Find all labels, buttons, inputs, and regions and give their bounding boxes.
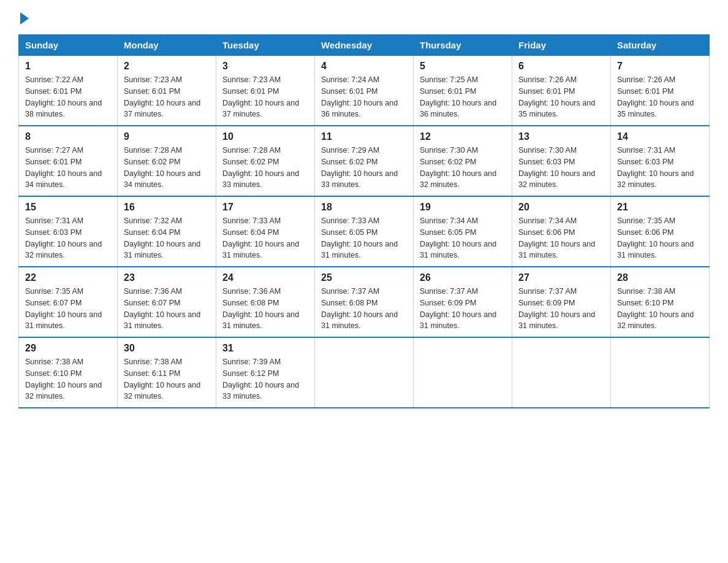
calendar-cell: 5Sunrise: 7:25 AMSunset: 6:01 PMDaylight…: [414, 56, 512, 126]
calendar-cell: 16Sunrise: 7:32 AMSunset: 6:04 PMDayligh…: [118, 196, 216, 267]
day-number: 16: [124, 202, 210, 213]
day-info: Sunrise: 7:27 AMSunset: 6:01 PMDaylight:…: [25, 145, 111, 191]
calendar-cell: 23Sunrise: 7:36 AMSunset: 6:07 PMDayligh…: [118, 267, 216, 337]
header: [18, 12, 710, 25]
calendar-cell: 15Sunrise: 7:31 AMSunset: 6:03 PMDayligh…: [19, 196, 118, 267]
calendar-cell: 18Sunrise: 7:33 AMSunset: 6:05 PMDayligh…: [315, 196, 414, 267]
week-row-4: 22Sunrise: 7:35 AMSunset: 6:07 PMDayligh…: [19, 267, 710, 337]
day-number: 3: [222, 61, 308, 72]
day-info: Sunrise: 7:33 AMSunset: 6:04 PMDaylight:…: [222, 215, 308, 261]
day-info: Sunrise: 7:34 AMSunset: 6:05 PMDaylight:…: [420, 215, 506, 261]
day-number: 12: [420, 131, 506, 142]
day-info: Sunrise: 7:24 AMSunset: 6:01 PMDaylight:…: [321, 74, 407, 120]
day-number: 5: [420, 61, 506, 72]
day-number: 2: [124, 61, 210, 72]
calendar-cell: 11Sunrise: 7:29 AMSunset: 6:02 PMDayligh…: [315, 126, 414, 196]
day-number: 10: [222, 131, 308, 142]
day-info: Sunrise: 7:28 AMSunset: 6:02 PMDaylight:…: [222, 145, 308, 191]
day-header-saturday: Saturday: [611, 35, 710, 56]
day-info: Sunrise: 7:38 AMSunset: 6:10 PMDaylight:…: [25, 356, 111, 402]
day-number: 13: [518, 131, 604, 142]
calendar-cell: 3Sunrise: 7:23 AMSunset: 6:01 PMDaylight…: [216, 56, 315, 126]
day-number: 29: [25, 343, 111, 354]
calendar-cell: [315, 337, 414, 408]
day-info: Sunrise: 7:23 AMSunset: 6:01 PMDaylight:…: [222, 74, 308, 120]
day-info: Sunrise: 7:26 AMSunset: 6:01 PMDaylight:…: [617, 74, 703, 120]
day-header-monday: Monday: [118, 35, 216, 56]
calendar-cell: 7Sunrise: 7:26 AMSunset: 6:01 PMDaylight…: [611, 56, 710, 126]
day-number: 7: [617, 61, 703, 72]
day-number: 26: [420, 272, 506, 283]
calendar-cell: 13Sunrise: 7:30 AMSunset: 6:03 PMDayligh…: [512, 126, 611, 196]
day-number: 25: [321, 272, 407, 283]
day-number: 17: [222, 202, 308, 213]
day-info: Sunrise: 7:36 AMSunset: 6:08 PMDaylight:…: [222, 286, 308, 332]
calendar-cell: 31Sunrise: 7:39 AMSunset: 6:12 PMDayligh…: [216, 337, 315, 408]
day-number: 27: [518, 272, 604, 283]
calendar-cell: 14Sunrise: 7:31 AMSunset: 6:03 PMDayligh…: [611, 126, 710, 196]
logo: [18, 12, 30, 25]
day-number: 6: [518, 61, 604, 72]
week-row-3: 15Sunrise: 7:31 AMSunset: 6:03 PMDayligh…: [19, 196, 710, 267]
day-info: Sunrise: 7:30 AMSunset: 6:02 PMDaylight:…: [420, 145, 506, 191]
day-info: Sunrise: 7:31 AMSunset: 6:03 PMDaylight:…: [617, 145, 703, 191]
calendar-cell: 22Sunrise: 7:35 AMSunset: 6:07 PMDayligh…: [19, 267, 118, 337]
calendar-cell: 17Sunrise: 7:33 AMSunset: 6:04 PMDayligh…: [216, 196, 315, 267]
day-number: 28: [617, 272, 703, 283]
calendar-cell: 1Sunrise: 7:22 AMSunset: 6:01 PMDaylight…: [19, 56, 118, 126]
day-info: Sunrise: 7:30 AMSunset: 6:03 PMDaylight:…: [518, 145, 604, 191]
day-info: Sunrise: 7:26 AMSunset: 6:01 PMDaylight:…: [518, 74, 604, 120]
day-info: Sunrise: 7:39 AMSunset: 6:12 PMDaylight:…: [222, 356, 308, 402]
day-info: Sunrise: 7:28 AMSunset: 6:02 PMDaylight:…: [124, 145, 210, 191]
day-info: Sunrise: 7:37 AMSunset: 6:08 PMDaylight:…: [321, 286, 407, 332]
day-number: 19: [420, 202, 506, 213]
calendar-cell: 10Sunrise: 7:28 AMSunset: 6:02 PMDayligh…: [216, 126, 315, 196]
day-info: Sunrise: 7:31 AMSunset: 6:03 PMDaylight:…: [25, 215, 111, 261]
day-number: 1: [25, 61, 111, 72]
week-row-5: 29Sunrise: 7:38 AMSunset: 6:10 PMDayligh…: [19, 337, 710, 408]
day-header-wednesday: Wednesday: [315, 35, 414, 56]
calendar-cell: 9Sunrise: 7:28 AMSunset: 6:02 PMDaylight…: [118, 126, 216, 196]
calendar-table: SundayMondayTuesdayWednesdayThursdayFrid…: [18, 34, 710, 408]
day-number: 20: [518, 202, 604, 213]
day-info: Sunrise: 7:29 AMSunset: 6:02 PMDaylight:…: [321, 145, 407, 191]
calendar-cell: [512, 337, 611, 408]
day-info: Sunrise: 7:38 AMSunset: 6:11 PMDaylight:…: [124, 356, 210, 402]
calendar-cell: 26Sunrise: 7:37 AMSunset: 6:09 PMDayligh…: [414, 267, 512, 337]
day-header-sunday: Sunday: [19, 35, 118, 56]
calendar-cell: 6Sunrise: 7:26 AMSunset: 6:01 PMDaylight…: [512, 56, 611, 126]
day-number: 22: [25, 272, 111, 283]
day-number: 8: [25, 131, 111, 142]
day-header-friday: Friday: [512, 35, 611, 56]
day-info: Sunrise: 7:35 AMSunset: 6:07 PMDaylight:…: [25, 286, 111, 332]
day-info: Sunrise: 7:38 AMSunset: 6:10 PMDaylight:…: [617, 286, 703, 332]
day-number: 11: [321, 131, 407, 142]
day-number: 30: [124, 343, 210, 354]
day-info: Sunrise: 7:25 AMSunset: 6:01 PMDaylight:…: [420, 74, 506, 120]
calendar-cell: [611, 337, 710, 408]
calendar-cell: 24Sunrise: 7:36 AMSunset: 6:08 PMDayligh…: [216, 267, 315, 337]
day-info: Sunrise: 7:34 AMSunset: 6:06 PMDaylight:…: [518, 215, 604, 261]
day-number: 15: [25, 202, 111, 213]
day-header-tuesday: Tuesday: [216, 35, 315, 56]
day-info: Sunrise: 7:36 AMSunset: 6:07 PMDaylight:…: [124, 286, 210, 332]
calendar-cell: 8Sunrise: 7:27 AMSunset: 6:01 PMDaylight…: [19, 126, 118, 196]
day-header-thursday: Thursday: [414, 35, 512, 56]
day-number: 31: [222, 343, 308, 354]
day-info: Sunrise: 7:32 AMSunset: 6:04 PMDaylight:…: [124, 215, 210, 261]
calendar-cell: 29Sunrise: 7:38 AMSunset: 6:10 PMDayligh…: [19, 337, 118, 408]
day-info: Sunrise: 7:35 AMSunset: 6:06 PMDaylight:…: [617, 215, 703, 261]
day-info: Sunrise: 7:33 AMSunset: 6:05 PMDaylight:…: [321, 215, 407, 261]
day-info: Sunrise: 7:22 AMSunset: 6:01 PMDaylight:…: [25, 74, 111, 120]
calendar-cell: 27Sunrise: 7:37 AMSunset: 6:09 PMDayligh…: [512, 267, 611, 337]
calendar-cell: 20Sunrise: 7:34 AMSunset: 6:06 PMDayligh…: [512, 196, 611, 267]
day-number: 14: [617, 131, 703, 142]
week-row-1: 1Sunrise: 7:22 AMSunset: 6:01 PMDaylight…: [19, 56, 710, 126]
day-number: 9: [124, 131, 210, 142]
calendar-cell: 19Sunrise: 7:34 AMSunset: 6:05 PMDayligh…: [414, 196, 512, 267]
calendar-cell: 30Sunrise: 7:38 AMSunset: 6:11 PMDayligh…: [118, 337, 216, 408]
calendar-cell: 2Sunrise: 7:23 AMSunset: 6:01 PMDaylight…: [118, 56, 216, 126]
day-info: Sunrise: 7:37 AMSunset: 6:09 PMDaylight:…: [420, 286, 506, 332]
day-info: Sunrise: 7:23 AMSunset: 6:01 PMDaylight:…: [124, 74, 210, 120]
week-row-2: 8Sunrise: 7:27 AMSunset: 6:01 PMDaylight…: [19, 126, 710, 196]
